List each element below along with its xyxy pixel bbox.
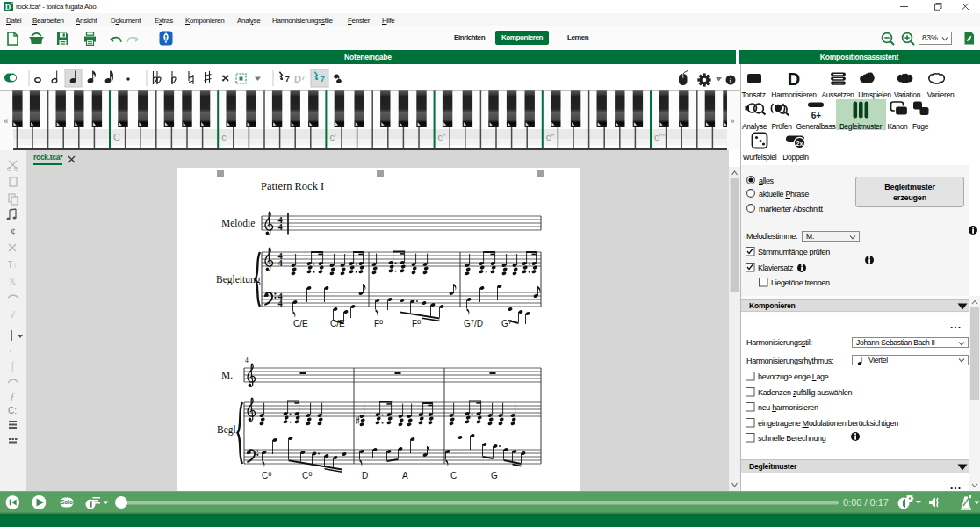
- svg-text:C/E: C/E: [330, 319, 345, 328]
- svg-text:Begleitmuster: Begleitmuster: [839, 122, 883, 131]
- svg-text:Analyse: Analyse: [742, 122, 767, 131]
- svg-text:6+: 6+: [811, 111, 822, 120]
- svg-text:Fuge: Fuge: [912, 122, 929, 131]
- svg-text:Umspielen: Umspielen: [858, 90, 891, 99]
- svg-text:A: A: [402, 471, 408, 480]
- svg-text:Doppeln: Doppeln: [782, 153, 809, 162]
- svg-text:Aussetzen: Aussetzen: [822, 90, 855, 99]
- svg-text:Harmonisieren: Harmonisieren: [771, 90, 817, 99]
- svg-text:D: D: [362, 471, 368, 480]
- svg-text:Generalbass: Generalbass: [796, 122, 836, 131]
- svg-text:4: 4: [245, 357, 249, 365]
- svg-text:F6: F6: [374, 318, 383, 328]
- svg-text:0:00 / 0:17: 0:00 / 0:17: [843, 497, 889, 508]
- svg-text:4: 4: [277, 258, 283, 268]
- svg-text:C/E: C/E: [293, 319, 308, 328]
- svg-text:Tonsatz: Tonsatz: [741, 90, 765, 99]
- svg-text:Begleitung: Begleitung: [216, 274, 261, 285]
- svg-text:Begl.: Begl.: [217, 424, 239, 436]
- svg-text:Variieren: Variieren: [927, 90, 955, 99]
- svg-text:G7/D: G7/D: [464, 318, 483, 328]
- svg-text:Melodie: Melodie: [221, 218, 255, 228]
- svg-text:Prüfen: Prüfen: [771, 122, 792, 131]
- svg-text:2x: 2x: [796, 141, 803, 147]
- svg-text:M.: M.: [221, 370, 233, 380]
- svg-text:C: C: [450, 471, 457, 480]
- svg-text:G: G: [491, 471, 498, 480]
- svg-text:F6: F6: [412, 318, 421, 328]
- svg-text:G7: G7: [501, 318, 512, 328]
- svg-text:Solo: Solo: [61, 499, 73, 505]
- svg-text:4: 4: [277, 299, 283, 308]
- svg-text:4: 4: [277, 222, 283, 232]
- svg-text:Kanon: Kanon: [887, 122, 908, 131]
- svg-text:C6: C6: [302, 470, 312, 480]
- svg-text:C6: C6: [262, 470, 271, 480]
- svg-text:Pattern Rock I: Pattern Rock I: [261, 180, 324, 192]
- svg-text:Variation: Variation: [894, 90, 921, 99]
- svg-text:Würfelspiel: Würfelspiel: [743, 153, 777, 162]
- svg-text:D: D: [788, 69, 800, 89]
